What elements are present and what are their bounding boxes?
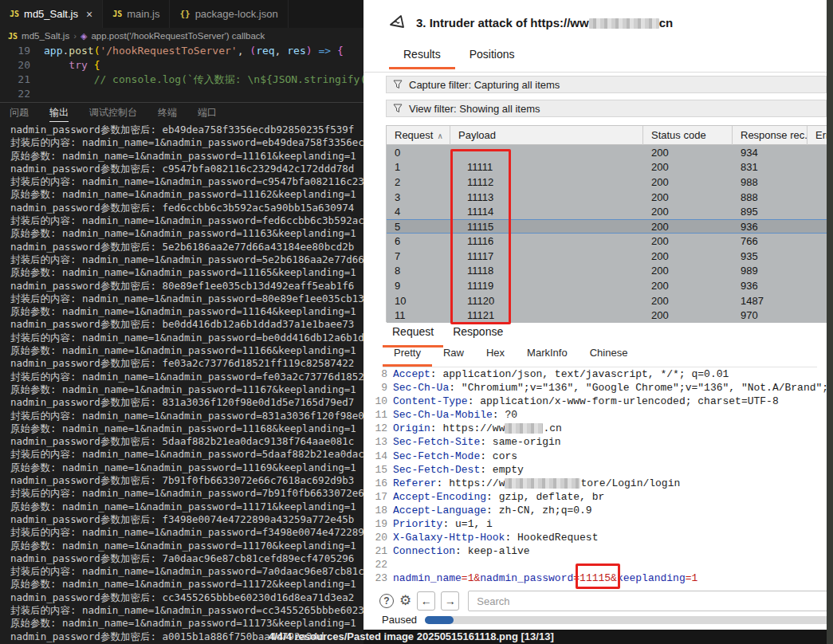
terminal-line: nadmin_password参数加密后: c9547bfa082116c232… [10,163,363,175]
code-editor[interactable]: 19app.post('/hookRequestToServer', (req,… [0,44,363,102]
text-segment: req [256,45,274,57]
attack-tabs: Results Positions [389,48,529,69]
terminal-line: nadmin_password参数加密后: 7a0daac96e87cb81ce… [10,552,363,565]
text-segment: : [442,518,455,530]
js-file-icon: JS [112,10,122,18]
terminal-line: 原始参数: nadmin_name=1&nadmin_password=1116… [10,461,363,474]
terminal-line: 原始参数: nadmin_name=1&nadmin_password=1117… [10,501,363,513]
panel-tab-output[interactable]: 输出 [49,103,69,122]
progress-bar-fill [425,616,454,624]
back-button[interactable]: ← [417,591,435,611]
editor-tab-main[interactable]: JS main.js [103,0,170,28]
divider [363,72,827,73]
text-segment: => [318,45,331,57]
forward-button[interactable]: → [441,591,459,611]
request-line-text: Sec-Fetch-Mode: cors [393,450,517,464]
terminal-line: nadmin_password参数加密后: eb49dea758f3356ecd… [10,124,363,136]
terminal-line: 封装后的内容: nadmin_name=1&nadmin_password=be… [10,332,363,344]
request-line: 17Accept-Encoding: gzip, deflate, br [363,491,827,505]
text-segment: HookedRequest [517,532,598,544]
filter-funnel-icon [393,80,403,89]
help-icon[interactable]: ? [379,594,394,608]
tab-results[interactable]: Results [389,48,455,69]
table-cell: 4 [387,206,450,218]
text-segment: : [486,505,499,516]
table-cell: 9 [387,280,450,292]
terminal-line: 封装后的内容: nadmin_name=1&nadmin_password=f3… [10,526,363,539]
breadcrumb-symbol[interactable]: app.post('/hookRequestToServer') callbac… [91,31,265,41]
line-number: 10 [363,395,393,409]
line-number: 16 [363,477,393,491]
request-line: 11Sec-Ch-Ua-Mobile: ?0 [363,409,827,422]
text-segment: : [493,409,505,421]
column-header-status[interactable]: Status code [643,126,733,145]
text-segment: Origin [393,422,430,434]
redacted-block [505,423,543,434]
line-number: 20 [0,58,30,73]
text-segment: gzip, deflate, br [499,491,605,503]
view-filter-bar[interactable]: View filter: Showing all items [386,100,827,117]
gear-icon[interactable]: ⚙ [399,594,411,608]
terminal-line: 原始参数: nadmin_name=1&nadmin_password=1117… [10,540,363,552]
breadcrumb[interactable]: JS md5_Salt.js › ◈ app.post('/hookReques… [0,28,363,44]
request-line-text: Sec-Fetch-Site: same-origin [393,436,561,450]
text-segment: Sec-Fetch-Dest [393,464,480,476]
text-segment: u=1, i [455,518,493,530]
column-header-response-received[interactable]: Response rec... [733,126,807,145]
output-terminal[interactable]: nadmin_password参数加密后: eb49dea758f3356ecd… [0,121,363,644]
table-cell: 7 [387,250,450,262]
column-header-error[interactable]: Error [807,126,827,145]
tab-positions[interactable]: Positions [455,48,529,69]
terminal-line: nadmin_password参数加密后: cc3455265bbbe60230… [10,591,363,604]
panel-tab-debug-console[interactable]: 调试控制台 [89,103,137,122]
terminal-line: 原始参数: nadmin_name=1&nadmin_password=1116… [10,266,363,279]
view-filter-text: View filter: Showing all items [409,103,540,115]
subtab-hex[interactable]: Hex [475,347,516,367]
terminal-line: 原始参数: nadmin_name=1&nadmin_password=1116… [10,227,363,240]
line-number: 23 [363,572,393,586]
panel-tab-ports[interactable]: 端口 [198,103,217,122]
text-segment: application/json, text/javascript, */*; … [442,368,729,380]
request-editor[interactable]: 8Accept: application/json, text/javascri… [363,368,827,590]
panel-tab-terminal[interactable]: 终端 [158,103,177,122]
page-title: 3. Intruder attack of https://wwcn [416,16,673,29]
editor-tab-package-lock[interactable]: {} package-lock.json [170,0,288,28]
table-cell: 1487 [733,295,807,307]
terminal-line: nadmin_password参数加密后: 5daaf882b21ea0dac9… [10,435,363,448]
text-segment: nadmin_name [393,572,462,584]
subtab-pretty[interactable]: Pretty [383,347,432,367]
tab-response[interactable]: Response [443,325,513,348]
request-line-text: Accept: application/json, text/javascrip… [393,368,729,382]
subtab-markinfo[interactable]: MarkInfo [516,347,579,367]
terminal-line: 封装后的内容: nadmin_name=1&nadmin_password=cc… [10,604,363,617]
table-cell: 934 [733,147,807,159]
table-cell: 3 [387,191,450,203]
line-number: 15 [363,464,393,477]
text-segment: : [430,368,443,380]
line-number: 19 [363,518,393,532]
column-header-request[interactable]: Request∧ [387,126,450,145]
redacted-block [505,478,580,489]
table-cell: 970 [733,309,807,321]
close-icon[interactable]: × [86,8,92,21]
text-segment: : [430,422,443,434]
text-segment [44,59,69,71]
text-segment: Content-Type [393,395,468,407]
editor-tab-md5-salt[interactable]: JS md5_Salt.js × [0,0,103,28]
panel-tab-problems[interactable]: 问题 [10,103,29,122]
table-cell: 8 [387,265,450,277]
tab-request[interactable]: Request [383,325,443,348]
subtab-raw[interactable]: Raw [432,347,475,367]
text-segment: , [275,45,288,57]
text-segment: Priority [393,518,442,530]
text-segment: =1 [686,572,698,584]
request-line-text: nadmin_name=1&nadmin_password=11115&keep… [393,572,697,586]
capture-filter-bar[interactable]: Capture filter: Capturing all items [386,76,827,93]
search-input[interactable]: Search [468,591,827,611]
column-header-payload[interactable]: Payload [450,126,643,145]
redacted-block [589,18,659,29]
subtab-chinese[interactable]: Chinese [579,347,639,367]
table-cell: 200 [643,235,733,247]
line-number: 11 [363,409,393,422]
breadcrumb-file[interactable]: md5_Salt.js [22,31,69,41]
